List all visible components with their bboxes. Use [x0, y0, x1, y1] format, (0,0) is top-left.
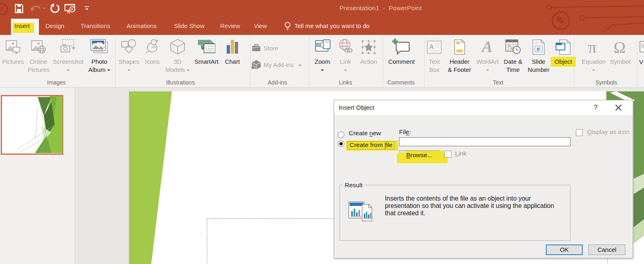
svg-text:#: # — [537, 45, 540, 52]
svg-text:ff: ff — [0, 6, 3, 13]
svg-text:π: π — [588, 38, 597, 56]
svg-text:Ω: Ω — [614, 38, 626, 56]
svg-text:A: A — [429, 43, 434, 51]
svg-text:A: A — [481, 38, 493, 56]
